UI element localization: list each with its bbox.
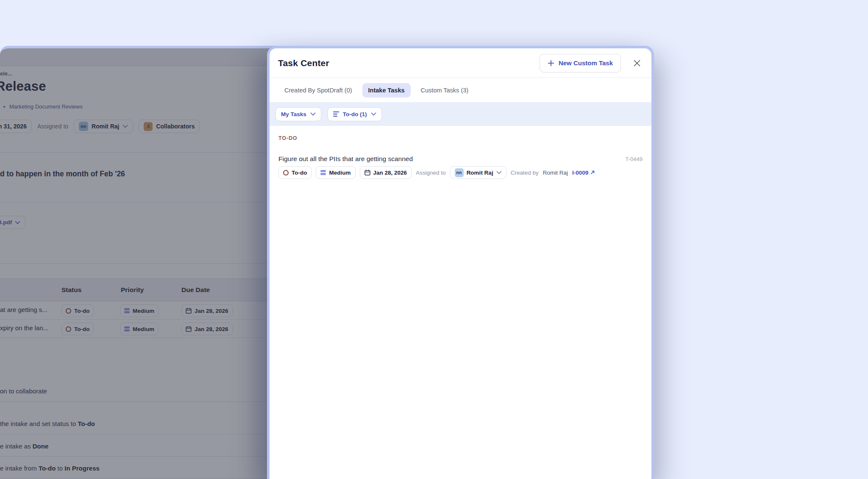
close-icon xyxy=(633,59,641,67)
chevron-down-icon xyxy=(310,112,316,116)
todo-section-label: TO-DO xyxy=(278,135,643,141)
status-filter[interactable]: To-do (1) xyxy=(328,107,382,121)
tab-intake-tasks[interactable]: Intake Tasks xyxy=(362,83,411,97)
status-chip[interactable]: To-do xyxy=(278,166,312,179)
new-custom-task-button[interactable]: New Custom Task xyxy=(540,54,621,72)
close-button[interactable] xyxy=(631,57,643,69)
my-tasks-filter[interactable]: My Tasks xyxy=(275,107,321,121)
tab-bar: Created By SpotDraft (0) Intake Tasks Cu… xyxy=(270,78,651,102)
tab-custom-tasks[interactable]: Custom Tasks (3) xyxy=(415,83,475,97)
task-center-panel: Task Center New Custom Task Created By S… xyxy=(267,46,654,479)
task-title[interactable]: Figure out all the PIIs that are getting… xyxy=(278,155,626,163)
task-chips-row: To-do Medium Jan 28, 2026 Assigned to RR… xyxy=(278,166,643,179)
tab-created-by-spotdraft[interactable]: Created By SpotDraft (0) xyxy=(278,83,358,97)
panel-body: TO-DO Figure out all the PIIs that are g… xyxy=(270,126,651,479)
external-arrow-icon xyxy=(590,170,595,175)
calendar-icon xyxy=(364,170,370,175)
chevron-down-icon xyxy=(496,171,502,174)
created-by-label: Created by xyxy=(511,170,539,176)
chevron-down-icon xyxy=(371,112,376,116)
assignee-chip[interactable]: RR Romit Raj xyxy=(450,166,506,179)
task-id: T-0449 xyxy=(626,156,643,162)
filter-bar: My Tasks To-do (1) xyxy=(270,102,651,126)
assigned-to-label: Assigned to xyxy=(416,170,446,176)
created-by-name: Romit Raj xyxy=(543,170,568,176)
status-ring-icon xyxy=(283,170,289,175)
filter-icon xyxy=(333,111,339,117)
task-row[interactable]: Figure out all the PIIs that are getting… xyxy=(278,155,643,163)
plus-icon xyxy=(548,60,554,67)
panel-header: Task Center New Custom Task xyxy=(270,48,651,78)
intake-link[interactable]: I-0009 xyxy=(572,170,595,176)
avatar: RR xyxy=(455,168,464,177)
panel-title: Task Center xyxy=(278,58,540,68)
priority-chip[interactable]: Medium xyxy=(316,166,355,179)
due-date-chip[interactable]: Jan 28, 2026 xyxy=(360,166,412,179)
priority-medium-icon xyxy=(320,170,326,175)
